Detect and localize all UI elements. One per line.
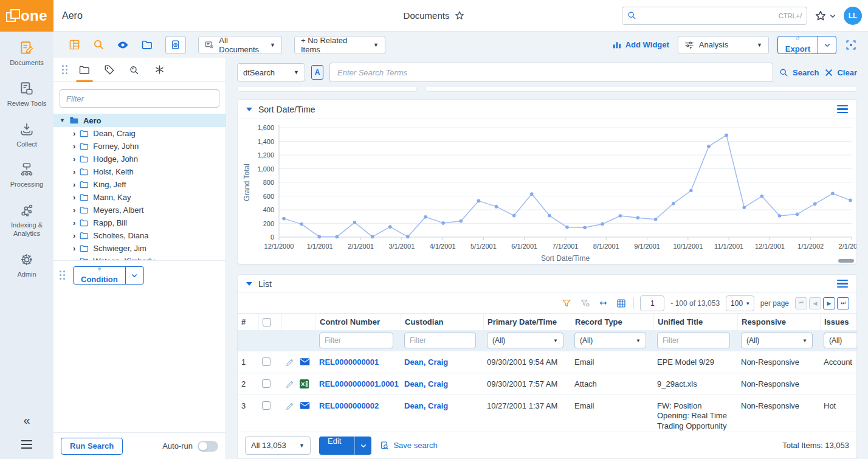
collapse-rail-icon[interactable]: « (23, 413, 30, 427)
table-row[interactable]: 2XREL0000000001.0001Dean, Craig09/30/200… (238, 373, 856, 395)
tree-item-custodian[interactable]: ›Schwieger, Jim (53, 242, 226, 255)
tree-item-custodian[interactable]: ›Meyers, Albert (53, 204, 226, 216)
last-page-button[interactable]: ⏭ (837, 297, 849, 309)
folder-filter-input[interactable] (60, 89, 219, 108)
chevron-right-icon[interactable]: › (73, 129, 75, 137)
rail-menu-icon[interactable] (20, 440, 33, 449)
collapse-triangle-icon[interactable] (246, 108, 252, 111)
widget-menu-icon[interactable] (837, 105, 848, 114)
chevron-right-icon[interactable]: › (73, 244, 75, 252)
page-size-select[interactable]: 100 ▾ (726, 295, 754, 311)
type-filter-select[interactable]: (All)▼ (574, 333, 646, 348)
edit-options-chevron[interactable] (354, 437, 371, 455)
col-control-number[interactable]: Control Number (315, 314, 401, 331)
date-filter-select[interactable]: (All)▼ (487, 333, 563, 348)
edit-pencil-icon[interactable] (285, 379, 295, 391)
favorites-star-icon[interactable] (815, 10, 827, 22)
chart-horizontal-scrollbar[interactable] (838, 259, 854, 263)
nav-item-admin[interactable]: Admin (1, 252, 52, 279)
nav-item-collect[interactable]: Collect (1, 122, 52, 149)
export-button[interactable]: Export (778, 36, 818, 53)
user-avatar[interactable]: LL (844, 7, 862, 25)
title-filter-input[interactable] (657, 333, 730, 348)
custodian-link[interactable]: Dean, Craig (401, 351, 483, 373)
run-search-button[interactable]: Run Search (61, 438, 123, 455)
brand-logo[interactable]: one (0, 0, 53, 32)
issues-filter-select[interactable]: (All) (824, 333, 857, 348)
widget-menu-icon[interactable] (837, 280, 848, 288)
all-documents-dropdown[interactable]: All Documents ▼ (198, 36, 282, 54)
filter-funnel-icon[interactable] (560, 297, 573, 309)
save-search-button[interactable]: Save search (380, 441, 437, 450)
chevron-right-icon[interactable]: › (73, 206, 75, 214)
custodian-link[interactable]: Dean, Craig (401, 373, 483, 395)
tree-item-custodian[interactable]: ›Rapp, Bill (53, 216, 226, 229)
layout-expand-icon[interactable] (845, 39, 857, 51)
nav-item-processing[interactable]: Processing (1, 162, 52, 189)
grid-view-icon[interactable] (68, 39, 80, 51)
edit-pencil-icon[interactable] (285, 401, 295, 413)
drag-handle-icon[interactable] (62, 65, 68, 75)
row-checkbox[interactable] (262, 357, 270, 366)
control-filter-input[interactable] (319, 333, 393, 348)
chevron-right-icon[interactable]: › (73, 219, 75, 227)
tab-folders[interactable] (76, 58, 93, 81)
prev-page-button[interactable]: ◀ (809, 297, 821, 309)
control-number-link[interactable]: REL0000000002 (315, 395, 401, 432)
condition-options-chevron[interactable] (125, 267, 143, 284)
column-resize-icon[interactable] (597, 297, 609, 309)
tree-item-custodian[interactable]: ›Holst, Keith (53, 165, 226, 178)
tab-saved-searches[interactable] (126, 58, 143, 81)
folders-icon[interactable] (141, 39, 153, 51)
clear-button[interactable]: Clear (825, 68, 857, 77)
table-columns-icon[interactable] (615, 297, 627, 309)
nav-item-review-tools[interactable]: Review Tools (1, 81, 52, 108)
nav-item-documents[interactable]: Documents (1, 40, 52, 67)
tab-tags[interactable] (101, 58, 118, 81)
tree-item-custodian[interactable]: ›Mann, Kay (53, 191, 226, 204)
first-page-button[interactable]: ⏮ (795, 297, 807, 309)
related-items-dropdown[interactable]: + No Related Items ▼ (294, 36, 385, 54)
edit-pencil-icon[interactable] (285, 357, 295, 369)
page-number-input[interactable] (640, 295, 664, 311)
col-custodian[interactable]: Custodian (401, 314, 483, 331)
chevron-right-icon[interactable]: › (73, 232, 75, 240)
search-button[interactable]: Search (779, 68, 819, 77)
search-terms-input[interactable] (329, 63, 773, 82)
document-queue-button[interactable] (165, 36, 186, 54)
tree-item-custodian[interactable]: ›Scholtes, Diana (53, 229, 226, 242)
analysis-dropdown[interactable]: Analysis ▼ (678, 36, 769, 54)
control-number-link[interactable]: REL0000000001 (315, 351, 401, 373)
global-search-box[interactable]: CTRL+/ (622, 7, 807, 25)
export-options-chevron[interactable] (818, 36, 836, 53)
clear-filter-icon[interactable] (579, 297, 591, 309)
col-unified-title[interactable]: Unified Title (653, 314, 737, 331)
collapse-triangle-icon[interactable] (246, 282, 252, 286)
chevron-right-icon[interactable]: › (73, 181, 75, 188)
search-engine-select[interactable]: dtSearch ▼ (237, 63, 305, 81)
tree-root-aero[interactable]: ▼ Aero (53, 114, 226, 127)
add-condition-button[interactable]: Condition (74, 267, 125, 284)
favorites-chevron-icon[interactable] (829, 12, 836, 19)
tab-fields[interactable] (151, 58, 168, 81)
chevron-right-icon[interactable]: › (73, 142, 75, 150)
tree-item-custodian[interactable]: ›King, Jeff (53, 178, 226, 191)
control-number-link[interactable]: REL0000000001.0001 (315, 373, 401, 395)
chevron-right-icon[interactable]: › (73, 193, 75, 201)
add-widget-button[interactable]: Add Widget (612, 40, 669, 50)
auto-run-toggle[interactable] (198, 441, 218, 452)
table-row[interactable]: 3REL0000000002Dean, Craig10/27/2001 1:37… (238, 395, 856, 432)
drag-handle-icon[interactable] (60, 271, 66, 280)
next-page-button[interactable]: ▶ (823, 297, 835, 309)
table-row[interactable]: 1REL0000000001Dean, Craig09/30/2001 9:54… (238, 351, 856, 373)
view-eye-icon[interactable] (117, 39, 129, 51)
responsive-filter-select[interactable]: (All)▼ (741, 333, 813, 348)
chevron-right-icon[interactable]: › (73, 155, 75, 163)
tree-item-custodian[interactable]: ›Dean, Craig (53, 127, 226, 140)
col-primary-date[interactable]: Primary Date/Time (483, 314, 571, 331)
scope-select[interactable]: All 13,053 ▼ (245, 437, 311, 455)
chevron-right-icon[interactable]: › (73, 168, 75, 176)
tree-item-custodian[interactable]: ›Hodge, John (53, 153, 226, 165)
col-responsive[interactable]: Responsive (737, 314, 820, 331)
select-all-checkbox[interactable] (263, 318, 271, 326)
